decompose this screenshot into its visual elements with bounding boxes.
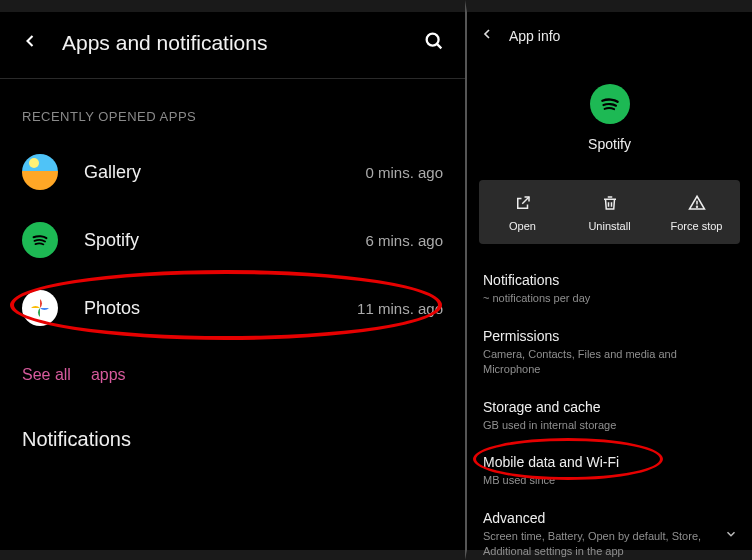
uninstall-button[interactable]: Uninstall [566, 180, 653, 244]
action-bar: Open Uninstall Force stop [479, 180, 740, 244]
see-all-prefix: See all [22, 366, 71, 383]
svg-line-1 [437, 44, 441, 48]
open-button[interactable]: Open [479, 180, 566, 244]
app-name: Gallery [84, 162, 365, 183]
app-name: Spotify [84, 230, 365, 251]
chevron-down-icon [724, 527, 738, 545]
apps-notifications-panel: Apps and notifications RECENTLY OPENED A… [0, 0, 465, 560]
section-label: RECENTLY OPENED APPS [0, 79, 465, 138]
back-icon[interactable] [20, 31, 40, 55]
spotify-icon [590, 84, 630, 124]
info-advanced[interactable]: Advanced Screen time, Battery, Open by d… [467, 500, 752, 560]
page-title: App info [509, 28, 560, 44]
app-info-panel: App info Spotify Open Uninstall Force st… [465, 0, 752, 560]
app-row-spotify[interactable]: Spotify 6 mins. ago [0, 206, 465, 274]
app-time: 11 mins. ago [357, 300, 443, 317]
app-row-gallery[interactable]: Gallery 0 mins. ago [0, 138, 465, 206]
info-permissions[interactable]: Permissions Camera, Contacts, Files and … [467, 318, 752, 389]
force-stop-label: Force stop [671, 220, 723, 232]
svg-point-5 [696, 206, 697, 207]
force-stop-button[interactable]: Force stop [653, 180, 740, 244]
info-sub: Screen time, Battery, Open by default, S… [483, 529, 736, 559]
see-all-suffix: apps [91, 366, 126, 383]
photos-icon [22, 290, 58, 326]
app-time: 0 mins. ago [365, 164, 443, 181]
spotify-icon [22, 222, 58, 258]
uninstall-label: Uninstall [588, 220, 630, 232]
app-time: 6 mins. ago [365, 232, 443, 249]
info-sub: GB used in internal storage [483, 418, 736, 433]
left-header: Apps and notifications [0, 12, 465, 78]
info-mobile-data[interactable]: Mobile data and Wi-Fi MB used since [467, 444, 752, 500]
info-title: Storage and cache [483, 399, 736, 415]
app-row-photos[interactable]: Photos 11 mins. ago [0, 274, 465, 342]
search-icon[interactable] [423, 30, 445, 56]
svg-point-0 [427, 34, 439, 46]
gallery-icon [22, 154, 58, 190]
info-sub: Camera, Contacts, Files and media and Mi… [483, 347, 736, 377]
info-notifications[interactable]: Notifications ~ notifications per day [467, 262, 752, 318]
info-title: Advanced [483, 510, 736, 526]
right-header: App info [467, 12, 752, 56]
info-storage[interactable]: Storage and cache GB used in internal st… [467, 389, 752, 445]
notifications-link[interactable]: Notifications [0, 408, 465, 471]
see-all-apps[interactable]: See allapps [0, 342, 465, 408]
info-title: Mobile data and Wi-Fi [483, 454, 736, 470]
app-hero: Spotify [467, 56, 752, 170]
app-name: Spotify [588, 136, 631, 152]
page-title: Apps and notifications [62, 31, 423, 55]
app-name: Photos [84, 298, 357, 319]
info-title: Notifications [483, 272, 736, 288]
info-sub: ~ notifications per day [483, 291, 736, 306]
info-sub: MB used since [483, 473, 736, 488]
info-title: Permissions [483, 328, 736, 344]
back-icon[interactable] [479, 26, 495, 46]
open-label: Open [509, 220, 536, 232]
